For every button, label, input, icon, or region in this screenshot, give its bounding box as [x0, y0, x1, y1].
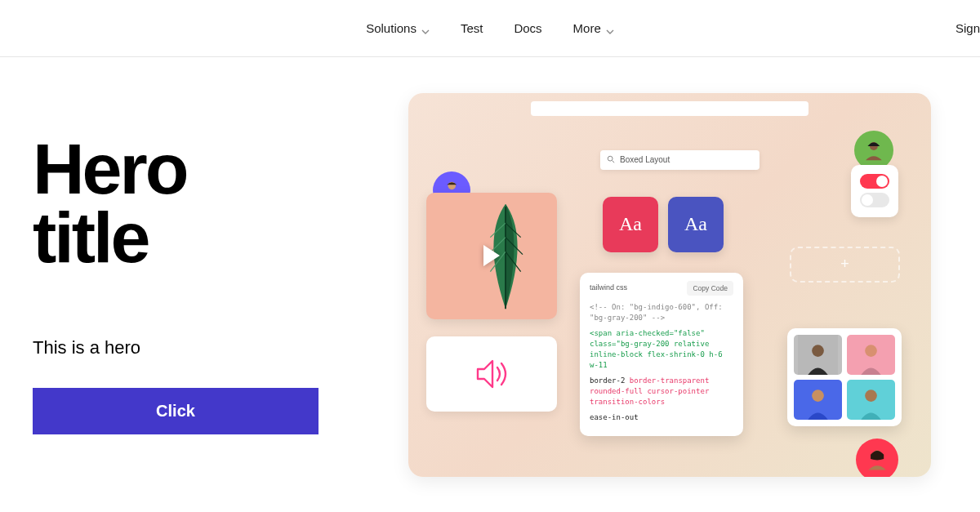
search-icon	[607, 155, 615, 165]
hero-title-line2: title	[33, 197, 148, 278]
nav-label: More	[573, 21, 601, 35]
gallery-thumb[interactable]	[847, 335, 895, 375]
leaf-icon	[469, 199, 542, 314]
typography-sample: Aa	[619, 213, 642, 235]
svg-line-1	[612, 160, 615, 163]
typography-swatch-blue[interactable]: Aa	[668, 197, 724, 252]
code-snippet-card: tailwind css Copy Code <!-- On: "bg-indi…	[580, 273, 743, 437]
play-icon	[483, 245, 500, 266]
hero-section: Hero title This is a hero Click	[33, 135, 376, 434]
nav-docs[interactable]: Docs	[514, 21, 541, 35]
hero-subtitle: This is a hero	[33, 337, 376, 358]
cta-button[interactable]: Click	[33, 388, 318, 434]
audio-card[interactable]	[426, 336, 557, 412]
signin-label: Sign	[956, 21, 980, 35]
chevron-down-icon	[606, 24, 614, 33]
svg-point-19	[865, 390, 877, 402]
gallery-thumb[interactable]	[794, 380, 842, 420]
plus-icon: +	[840, 256, 849, 273]
code-token: border-2	[590, 376, 630, 385]
nav-more[interactable]: More	[573, 21, 614, 35]
speaker-icon	[471, 356, 512, 392]
toggle-off[interactable]	[860, 193, 889, 207]
code-line: ease-in-out	[590, 412, 733, 423]
dropzone[interactable]: +	[790, 247, 900, 283]
svg-point-15	[865, 345, 877, 357]
nav-test[interactable]: Test	[461, 21, 483, 35]
main-content: Hero title This is a hero Click Boxed La…	[0, 57, 980, 512]
nav-signin[interactable]: Sign	[956, 21, 980, 35]
nav-solutions[interactable]: Solutions	[366, 21, 430, 35]
svg-point-0	[608, 156, 612, 161]
svg-point-17	[812, 390, 824, 402]
code-lang-label: tailwind css	[590, 283, 627, 293]
toggle-on[interactable]	[860, 174, 889, 189]
nav-label: Test	[461, 21, 483, 35]
mockup-canvas: Boxed Layout	[408, 93, 931, 477]
nav-items: Solutions Test Docs More	[366, 21, 614, 35]
copy-code-button[interactable]: Copy Code	[687, 281, 733, 296]
gallery-thumb[interactable]	[847, 380, 895, 420]
code-line: border-2 border-transparent rounded-full…	[590, 376, 733, 407]
search-input[interactable]: Boxed Layout	[600, 150, 760, 170]
toggle-card	[851, 165, 898, 217]
code-line: <span aria-checked="false" class="bg-gra…	[590, 328, 733, 371]
avatar-green	[854, 131, 893, 170]
hero-visual: Boxed Layout	[376, 93, 947, 477]
gallery-thumb[interactable]	[794, 335, 842, 375]
nav-label: Docs	[514, 21, 541, 35]
mock-topbar	[531, 101, 808, 116]
svg-point-13	[812, 345, 824, 357]
search-placeholder: Boxed Layout	[620, 155, 670, 164]
avatar-red	[856, 439, 898, 477]
nav-label: Solutions	[366, 21, 416, 35]
image-gallery	[787, 328, 902, 426]
video-card[interactable]	[426, 193, 557, 319]
hero-title: Hero title	[33, 135, 376, 271]
top-nav: Solutions Test Docs More Sign	[0, 0, 980, 57]
code-line: <!-- On: "bg-indigo-600", Off: "bg-gray-…	[590, 302, 733, 323]
typography-swatch-red[interactable]: Aa	[603, 197, 658, 252]
typography-sample: Aa	[684, 213, 707, 235]
code-header: tailwind css Copy Code	[590, 281, 733, 296]
chevron-down-icon	[421, 24, 430, 33]
